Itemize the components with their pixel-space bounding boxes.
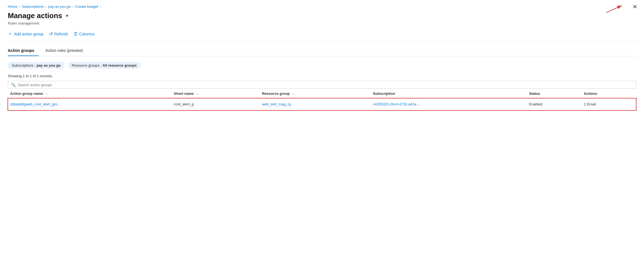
table-header-row: Action group name ↑↓ Short name ↑↓ Resou… — [8, 89, 636, 98]
tab-action-groups[interactable]: Action groups — [8, 46, 39, 56]
col-resource-group[interactable]: Resource group ↑↓ — [260, 89, 371, 98]
resource-group-filter-label: Resource groups : — [72, 63, 103, 67]
search-input[interactable] — [18, 83, 633, 87]
status-value: Enabled — [529, 102, 543, 106]
page-container: ✕ Home › Subscriptions › pay as you go ›… — [0, 0, 644, 115]
breadcrumb-sep-3: › — [100, 5, 101, 9]
subscription-filter-label: Subscriptions : — [12, 63, 37, 67]
col-subscription: Subscription — [371, 89, 527, 98]
sort-icon-action-group-name: ↑↓ — [45, 92, 48, 95]
col-actions: Actions — [582, 89, 636, 98]
tabs: Action groups Action rules (preview) — [8, 46, 636, 56]
pin-icon[interactable]: ✦ — [65, 13, 69, 19]
sort-icon-resource-group: ↑↓ — [292, 92, 295, 95]
resource-group-link[interactable]: web_test_mag_rg — [262, 102, 291, 106]
records-count: Showing 1 to 1 of 1 records. — [8, 74, 636, 78]
cell-subscription: c4206323-2bc4-4732-a41e-… — [371, 98, 527, 110]
actions-value: 1 Email — [584, 102, 596, 106]
search-icon: 🔍 — [11, 83, 16, 87]
resource-group-filter-value: All resource groups — [102, 63, 137, 67]
breadcrumb: Home › Subscriptions › pay as you go › C… — [8, 4, 636, 9]
col-action-group-name[interactable]: Action group name ↑↓ — [8, 89, 172, 98]
columns-icon: ☰ — [74, 31, 78, 37]
refresh-icon: ↺ — [49, 31, 53, 37]
toolbar: ＋ Add action group ↺ Refresh ☰ Columns — [8, 30, 636, 42]
filter-chips: Subscriptions : pay as you go Resource g… — [8, 62, 636, 69]
add-icon: ＋ — [8, 31, 12, 37]
close-button[interactable]: ✕ — [633, 4, 637, 9]
page-title: Manage actions — [8, 11, 62, 20]
short-name-value: cost_alert_g — [174, 102, 194, 106]
subscription-filter-value: pay as you go — [37, 63, 61, 67]
cell-actions: 1 Email — [582, 98, 636, 110]
refresh-label: Refresh — [54, 32, 68, 36]
cell-action-group-name: cbbateblgweb_cost_alert_gro… — [8, 98, 172, 110]
sort-icon-short-name: ↑↓ — [196, 92, 199, 95]
refresh-button[interactable]: ↺ Refresh — [49, 30, 68, 38]
tab-action-rules[interactable]: Action rules (preview) — [45, 46, 88, 56]
col-status: Status — [527, 89, 582, 98]
add-action-group-button[interactable]: ＋ Add action group — [8, 30, 43, 38]
breadcrumb-home[interactable]: Home — [8, 4, 18, 9]
breadcrumb-pay-as-you-go[interactable]: pay as you go — [48, 4, 71, 9]
col-short-name[interactable]: Short name ↑↓ — [172, 89, 260, 98]
page-title-row: Manage actions ✦ — [8, 11, 636, 20]
columns-label: Columns — [79, 32, 95, 36]
cell-status: Enabled — [527, 98, 582, 110]
breadcrumb-subscriptions[interactable]: Subscriptions — [22, 4, 44, 9]
table-row: cbbateblgweb_cost_alert_gro… cost_alert_… — [8, 98, 636, 110]
page-subtitle: Rules management — [8, 21, 636, 25]
columns-button[interactable]: ☰ Columns — [74, 30, 95, 38]
breadcrumb-sep-0: › — [19, 5, 20, 9]
breadcrumb-create-budget[interactable]: Create budget — [75, 4, 98, 9]
resource-group-filter-chip[interactable]: Resource groups : All resource groups — [68, 62, 141, 69]
subscription-link[interactable]: c4206323-2bc4-4732-a41e-… — [373, 102, 421, 106]
cell-short-name: cost_alert_g — [172, 98, 260, 110]
breadcrumb-sep-2: › — [72, 5, 74, 9]
search-box: 🔍 — [8, 81, 636, 89]
cell-resource-group: web_test_mag_rg — [260, 98, 371, 110]
add-action-group-label: Add action group — [14, 32, 43, 36]
subscription-filter-chip[interactable]: Subscriptions : pay as you go — [8, 62, 65, 69]
action-group-name-link[interactable]: cbbateblgweb_cost_alert_gro… — [10, 102, 61, 106]
action-groups-table: Action group name ↑↓ Short name ↑↓ Resou… — [8, 89, 636, 110]
breadcrumb-sep-1: › — [45, 5, 47, 9]
